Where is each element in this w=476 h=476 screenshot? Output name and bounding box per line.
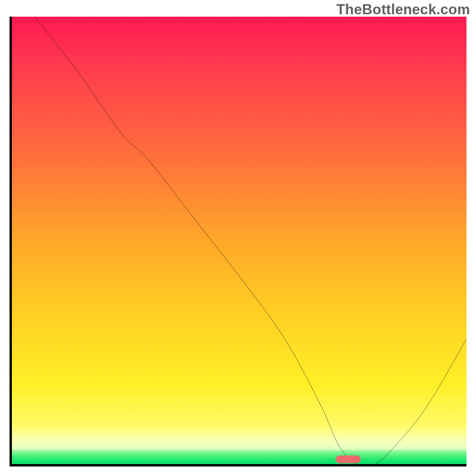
watermark-text: TheBottleneck.com (336, 1, 470, 18)
bottleneck-curve (12, 17, 466, 464)
chart-container: TheBottleneck.com (0, 0, 476, 476)
plot-area (10, 17, 466, 466)
optimum-marker (336, 456, 361, 464)
